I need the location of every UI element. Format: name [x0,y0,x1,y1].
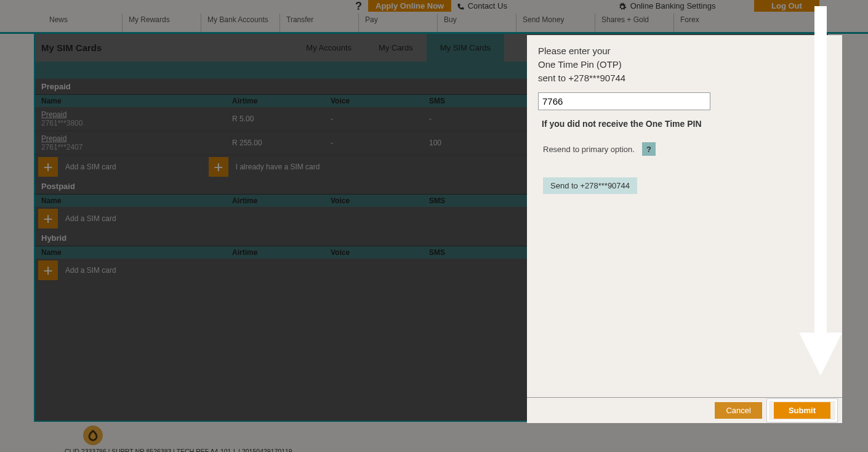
submit-button[interactable]: Submit [774,402,830,419]
otp-resend-text: Resend to primary option. [543,145,635,154]
otp-message-line: Please enter your [538,44,831,58]
otp-panel: Please enter your One Time Pin (OTP) sen… [527,35,842,423]
otp-noreceive-heading: If you did not receive the One Time PIN [538,119,831,129]
otp-message-line: One Time Pin (OTP) [538,58,831,71]
cancel-button[interactable]: Cancel [715,402,762,419]
help-icon[interactable]: ? [642,142,656,156]
modal-backdrop [842,35,868,423]
modal-backdrop [0,0,527,452]
modal-backdrop [527,423,868,452]
otp-message-line: sent to +278***90744 [538,71,831,85]
tutorial-arrow-icon [799,6,842,388]
otp-send-to-button[interactable]: Send to +278***90744 [543,177,637,194]
otp-input[interactable] [538,92,710,110]
submit-button-highlight: Submit [767,399,837,422]
